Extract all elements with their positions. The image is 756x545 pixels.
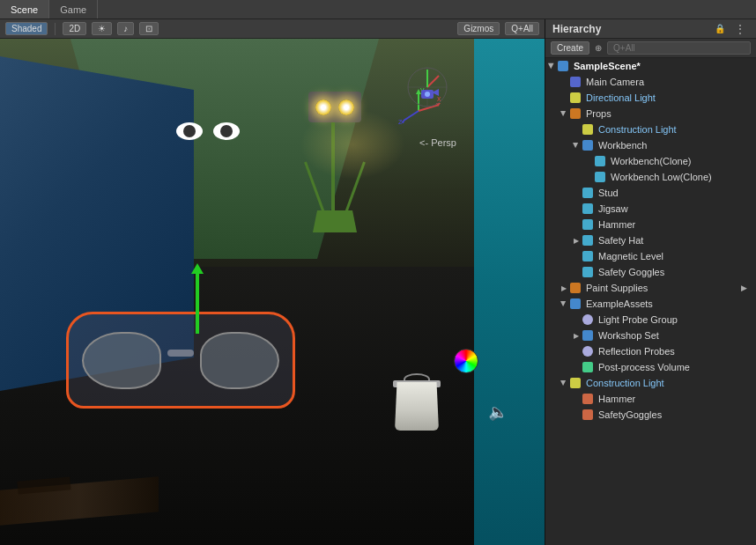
- tree-arrow[interactable]: ▶: [558, 107, 570, 120]
- construction-light-object: [300, 92, 370, 232]
- quality-button[interactable]: Q+All: [505, 22, 539, 35]
- tree-item-props[interactable]: ▶Props: [545, 106, 756, 122]
- hierarchy-title: Hierarchy: [552, 23, 708, 35]
- tree-icon-mesh: [582, 251, 593, 261]
- light-leg-right: [345, 161, 366, 211]
- tree-item-construction-light-1[interactable]: ▶Construction Light: [545, 122, 756, 137]
- speaker-icon-button[interactable]: ♪: [117, 22, 134, 35]
- tree-icon-mesh: [595, 172, 605, 182]
- tree-item-label: Reflection Probes: [596, 346, 752, 357]
- tab-scene-label: Scene: [11, 4, 38, 15]
- main-area: Shaded 2D ☀ ♪ ⊡ Gizmos Q+All: [0, 19, 756, 545]
- tree-arrow[interactable]: ▶: [570, 329, 582, 342]
- tree-icon-folder-orange: [570, 108, 581, 119]
- tree-icon-probe: [582, 314, 593, 325]
- hierarchy-panel: Hierarchy 🔒 ⋮ Create ⊕ ▶SampleScene*▶Mai…: [545, 19, 756, 545]
- lock-button[interactable]: 🔒: [712, 24, 728, 33]
- tree-arrow[interactable]: ▶: [558, 282, 570, 294]
- tree-item-directional-light[interactable]: ▶Directional Light: [545, 90, 756, 106]
- tree-item-label: Safety Goggles: [596, 267, 752, 277]
- tree-arrow[interactable]: ▶: [570, 234, 582, 247]
- tree-item-stud[interactable]: ▶Stud: [545, 185, 756, 201]
- tree-item-safety-goggles-2[interactable]: ▶SafetyGoggles: [545, 407, 756, 423]
- tab-scene[interactable]: Scene: [0, 0, 49, 18]
- tree-item-light-probe-group[interactable]: ▶Light Probe Group: [545, 312, 756, 328]
- tree-item-label: Hammer: [596, 394, 752, 404]
- tree-item-workshop-set[interactable]: ▶Workshop Set: [545, 328, 756, 343]
- tree-arrow[interactable]: ▶: [570, 139, 582, 151]
- tree-item-workbench-clone[interactable]: ▶Workbench(Clone): [545, 153, 756, 169]
- tree-item-samplescene[interactable]: ▶SampleScene*: [545, 58, 756, 74]
- sun-icon-button[interactable]: ☀: [92, 22, 112, 35]
- tree-item-label: Magnetic Level: [596, 251, 752, 261]
- camera-gizmo: [405, 65, 449, 109]
- tab-game[interactable]: Game: [49, 0, 98, 18]
- tab-bar: Scene Game: [0, 0, 756, 19]
- tab-spacer: [98, 0, 756, 18]
- hierarchy-header: Hierarchy 🔒 ⋮: [545, 19, 756, 39]
- tree-item-label: Post-process Volume: [596, 362, 752, 372]
- goggles-left-lens: [82, 332, 161, 389]
- speaker-icon: 🔈: [488, 402, 508, 422]
- tree-item-label: Props: [583, 108, 752, 119]
- tree-item-label: Workbench(Clone): [608, 156, 752, 166]
- tree-item-jigsaw[interactable]: ▶Jigsaw: [545, 201, 756, 217]
- tree-item-reflection-probes[interactable]: ▶Reflection Probes: [545, 343, 756, 359]
- tree-item-hammer-2[interactable]: ▶Hammer: [545, 391, 756, 407]
- viewport-canvas[interactable]: y x z <- Persp: [0, 39, 545, 545]
- tree-item-main-camera[interactable]: ▶Main Camera: [545, 74, 756, 90]
- bucket-body: [395, 382, 439, 431]
- tree-item-safety-hat[interactable]: ▶Safety Hat: [545, 232, 756, 248]
- tree-icon-light: [570, 92, 581, 103]
- svg-point-16: [425, 92, 430, 97]
- tree-icon-mesh: [582, 267, 593, 277]
- tree-icon-light: [582, 124, 593, 135]
- tree-item-label: Hammer: [596, 219, 752, 230]
- tree-item-post-process-volume[interactable]: ▶Post-process Volume: [545, 359, 756, 375]
- tree-icon-folder-blue: [582, 140, 593, 151]
- tree-item-label: Construction Light: [596, 124, 752, 135]
- tree-item-construction-light-2[interactable]: ▶Construction Light: [545, 375, 756, 391]
- tree-icon-folder-orange: [570, 283, 581, 293]
- tree-arrow[interactable]: ▶: [558, 377, 570, 389]
- tree-item-label: Paint Supplies: [583, 283, 741, 293]
- scene-wall-right: [474, 39, 545, 545]
- tree-item-label: SampleScene*: [571, 61, 752, 71]
- aspect-ratio-button[interactable]: ⊡: [139, 22, 159, 35]
- create-button[interactable]: Create: [551, 41, 589, 55]
- tree-icon-mesh: [595, 156, 605, 166]
- tree-item-paint-supplies[interactable]: ▶Paint Supplies▶: [545, 280, 756, 296]
- shading-dropdown[interactable]: Shaded: [5, 22, 48, 35]
- tab-game-label: Game: [60, 4, 86, 15]
- tree-item-workbench-low-clone[interactable]: ▶Workbench Low(Clone): [545, 169, 756, 185]
- tree-icon-mesh: [582, 188, 593, 198]
- tree-item-label: Light Probe Group: [596, 314, 752, 325]
- hierarchy-search[interactable]: [607, 41, 751, 55]
- tree-item-hammer[interactable]: ▶Hammer: [545, 217, 756, 232]
- light-lens-right: [338, 99, 354, 115]
- goggles-right-lens: [200, 332, 279, 389]
- eye-icon-right: [213, 122, 240, 140]
- gizmos-button[interactable]: Gizmos: [457, 22, 500, 35]
- safety-goggles-object: [66, 303, 295, 409]
- eye-icons: [176, 122, 240, 140]
- svg-text:z: z: [398, 117, 403, 126]
- options-button[interactable]: ⋮: [731, 23, 749, 35]
- mode-2d-button[interactable]: 2D: [63, 22, 86, 35]
- light-head: [308, 92, 361, 122]
- tree-icon-folder-blue: [558, 61, 568, 71]
- tree-item-example-assets[interactable]: ▶ExampleAssets: [545, 296, 756, 312]
- light-lens-left: [315, 99, 331, 115]
- toolbar-sep-1: [55, 23, 56, 35]
- light-base: [313, 210, 357, 232]
- tree-arrow[interactable]: ▶: [545, 60, 558, 72]
- tree-item-magnetic-level[interactable]: ▶Magnetic Level: [545, 248, 756, 264]
- color-swatch: [454, 349, 478, 373]
- tree-arrow[interactable]: ▶: [558, 298, 570, 310]
- tree-item-workbench[interactable]: ▶Workbench: [545, 137, 756, 153]
- tree-item-safety-goggles[interactable]: ▶Safety Goggles: [545, 264, 756, 280]
- tree-item-label: Construction Light: [583, 378, 752, 388]
- tree-item-label: Directional Light: [583, 92, 752, 103]
- hierarchy-tree[interactable]: ▶SampleScene*▶Main Camera▶Directional Li…: [545, 58, 756, 545]
- eye-icon-left: [176, 122, 203, 140]
